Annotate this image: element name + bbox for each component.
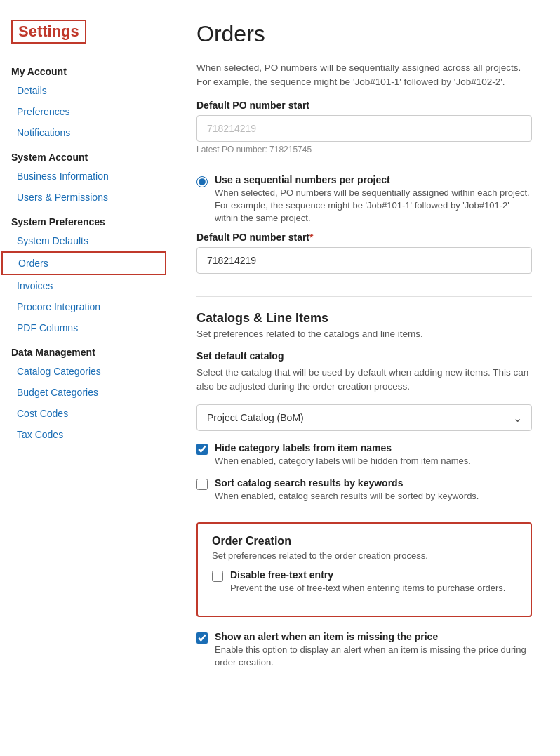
radio-sequential-input[interactable] [196,176,208,187]
alert-missing-price-desc: Enable this option to display an alert w… [215,644,532,669]
sort-catalog-desc: When enabled, catalog search results wil… [215,490,479,503]
sidebar-item-budget-categories[interactable]: Budget Categories [0,382,168,403]
system-account-section: System Account [0,143,168,166]
sidebar-item-business-information[interactable]: Business Information [0,166,168,187]
radio-option-sequential[interactable]: Use a sequential numbers per project Whe… [196,174,532,225]
disable-free-text-desc: Prevent the use of free-text when enteri… [230,582,505,595]
sidebar-item-cost-codes[interactable]: Cost Codes [0,403,168,424]
hide-category-labels-checkbox[interactable] [196,444,208,455]
sidebar-item-invoices[interactable]: Invoices [0,275,168,296]
sidebar-item-details[interactable]: Details [0,80,168,101]
default-po-input2[interactable] [196,247,532,274]
data-management-section: Data Management [0,338,168,361]
main-content: Orders When selected, PO numbers will be… [168,0,560,756]
alert-missing-price-checkbox[interactable] [196,632,208,644]
disable-free-text-text: Disable free-text entry Prevent the use … [230,569,505,595]
catalogs-heading: Catalogs & Line Items [196,311,532,326]
system-preferences-section: System Preferences [0,208,168,230]
sequential-section: When selected, PO numbers will be sequen… [196,61,532,154]
radio-section: Use a sequential numbers per project Whe… [196,174,532,277]
settings-title: Settings [11,20,86,44]
catalogs-section: Catalogs & Line Items Set preferences re… [196,311,532,503]
sort-catalog-label: Sort catalog search results by keywords [215,477,479,489]
required-star: * [309,232,313,243]
disable-free-text-label: Disable free-text entry [230,569,505,581]
order-creation-box: Order Creation Set preferences related t… [196,522,532,617]
default-po-label2: Default PO number start* [196,232,532,243]
alert-missing-price-text: Show an alert when an item is missing th… [215,631,532,669]
sort-catalog-text: Sort catalog search results by keywords … [215,477,479,503]
order-creation-sub: Set preferences related to the order cre… [212,550,516,561]
sidebar-item-catalog-categories[interactable]: Catalog Categories [0,361,168,382]
sidebar-item-tax-codes[interactable]: Tax Codes [0,424,168,445]
hide-category-labels-text: Hide category labels from item names Whe… [215,442,471,467]
latest-po-hint: Latest PO number: 718215745 [196,145,532,154]
order-creation-heading: Order Creation [212,535,516,548]
catalog-select-wrapper: Project Catalog (BoM) ⌄ [196,404,532,431]
disable-free-text-option: Disable free-text entry Prevent the use … [212,569,516,595]
alert-missing-price-label: Show an alert when an item is missing th… [215,631,532,642]
sequential-desc: When selected, PO numbers will be sequen… [196,61,532,90]
default-po-label: Default PO number start [196,100,532,111]
default-catalog-desc: Select the catalog that will be used by … [196,366,532,394]
default-catalog-label: Set default catalog [196,350,532,362]
sidebar-item-pdf-columns[interactable]: PDF Columns [0,317,168,338]
sidebar-item-notifications[interactable]: Notifications [0,122,168,143]
hide-category-labels-desc: When enabled, category labels will be hi… [215,455,471,467]
radio-sequential-label: Use a sequential numbers per project [215,174,532,185]
sidebar-item-orders[interactable]: Orders [1,251,166,275]
catalogs-sub: Set preferences related to the catalogs … [196,329,532,339]
page-title: Orders [196,21,532,47]
sidebar-item-procore-integration[interactable]: Procore Integration [0,296,168,317]
radio-sequential-desc: When selected, PO numbers will be sequen… [215,187,532,225]
sidebar-item-users-permissions[interactable]: Users & Permissions [0,187,168,208]
hide-category-labels-label: Hide category labels from item names [215,442,471,453]
radio-sequential-text: Use a sequential numbers per project Whe… [215,174,532,225]
sort-catalog-option: Sort catalog search results by keywords … [196,477,532,503]
catalog-select[interactable]: Project Catalog (BoM) [196,404,532,431]
hide-category-labels-option: Hide category labels from item names Whe… [196,442,532,467]
sidebar-item-preferences[interactable]: Preferences [0,101,168,122]
alert-missing-price-option: Show an alert when an item is missing th… [196,631,532,669]
divider-1 [196,296,532,297]
my-account-section: My Account [0,58,168,80]
disable-free-text-checkbox[interactable] [212,571,223,582]
sidebar-item-system-defaults[interactable]: System Defaults [0,230,168,251]
sidebar: Settings My Account Details Preferences … [0,0,168,756]
default-po-input[interactable] [196,115,532,142]
sort-catalog-checkbox[interactable] [196,479,208,490]
